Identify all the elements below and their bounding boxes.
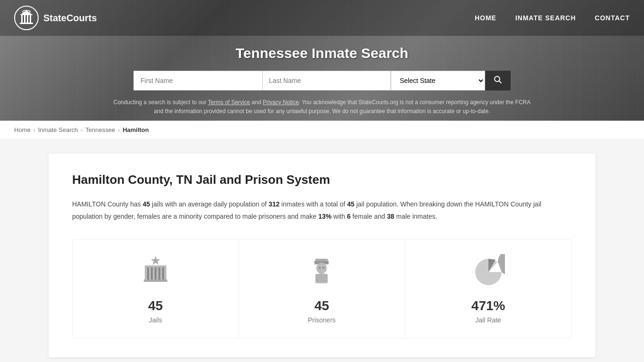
nav-inmate-search[interactable]: INMATE SEARCH bbox=[515, 14, 576, 22]
svg-point-23 bbox=[322, 267, 324, 269]
breadcrumb-sep-1: › bbox=[33, 127, 35, 133]
search-bar: Select State Alabama Alaska Arizona Arka… bbox=[133, 71, 511, 90]
breadcrumb-tennessee[interactable]: Tennessee bbox=[85, 126, 115, 133]
jails-icon bbox=[139, 254, 172, 292]
svg-point-21 bbox=[316, 263, 327, 274]
svg-rect-4 bbox=[30, 15, 31, 23]
hero-title: Tennessee Inmate Search bbox=[9, 45, 635, 61]
prisoners-label: Prisoners bbox=[308, 316, 336, 324]
jails-number: 45 bbox=[148, 298, 163, 313]
nav-home[interactable]: HOME bbox=[475, 14, 496, 22]
breadcrumb-inmate-search[interactable]: Inmate Search bbox=[38, 126, 78, 133]
svg-rect-25 bbox=[315, 275, 328, 276]
main-content: Hamilton County, TN Jail and Prison Syst… bbox=[49, 154, 595, 357]
svg-marker-5 bbox=[20, 10, 33, 15]
breadcrumb-sep-3: › bbox=[118, 127, 120, 133]
svg-rect-1 bbox=[21, 15, 23, 23]
desc-mid5: female and bbox=[351, 213, 387, 220]
nav-contact[interactable]: CONTACT bbox=[595, 14, 630, 22]
svg-rect-2 bbox=[24, 15, 25, 23]
jail-rate-label: Jail Rate bbox=[475, 316, 501, 324]
svg-rect-27 bbox=[315, 279, 328, 280]
svg-point-22 bbox=[319, 267, 321, 269]
svg-marker-9 bbox=[151, 256, 160, 265]
svg-rect-19 bbox=[314, 262, 329, 263]
logo-area[interactable]: StateCourts bbox=[14, 6, 97, 30]
desc-female-count: 6 bbox=[347, 213, 351, 220]
desc-end: male inmates. bbox=[394, 213, 437, 220]
jails-label: Jails bbox=[149, 316, 162, 324]
disclaimer-text: Conducting a search is subject to our Te… bbox=[110, 98, 534, 116]
svg-line-8 bbox=[499, 81, 502, 83]
hero-section: Tennessee Inmate Search Select State Ala… bbox=[0, 36, 644, 121]
jail-rate-icon bbox=[472, 254, 505, 292]
svg-rect-16 bbox=[144, 280, 167, 282]
stat-jail-rate: 471% Jail Rate bbox=[405, 240, 571, 338]
breadcrumb-sep-2: › bbox=[81, 127, 83, 133]
desc-female-pct: 13% bbox=[318, 213, 331, 220]
county-title: Hamilton County, TN Jail and Prison Syst… bbox=[72, 173, 572, 187]
svg-rect-3 bbox=[27, 15, 28, 23]
terms-link[interactable]: Terms of Service bbox=[208, 99, 250, 106]
site-name: StateCourts bbox=[43, 13, 97, 24]
desc-mid1: jails with an average daily population o… bbox=[150, 200, 268, 208]
breadcrumb: Home › Inmate Search › Tennessee › Hamil… bbox=[0, 121, 644, 140]
privacy-link[interactable]: Privacy Notice bbox=[263, 99, 299, 106]
breadcrumb-hamilton: Hamilton bbox=[123, 126, 149, 133]
desc-intro: HAMILTON County has bbox=[72, 200, 143, 208]
svg-rect-13 bbox=[155, 267, 157, 280]
state-select[interactable]: Select State Alabama Alaska Arizona Arka… bbox=[391, 71, 485, 90]
svg-rect-15 bbox=[162, 267, 164, 280]
desc-total-jails: 45 bbox=[347, 200, 355, 208]
prisoners-icon bbox=[305, 254, 338, 292]
svg-rect-28 bbox=[315, 280, 328, 281]
svg-rect-17 bbox=[315, 259, 328, 261]
county-description: HAMILTON County has 45 jails with an ave… bbox=[72, 198, 572, 222]
stat-prisoners: 45 Prisoners bbox=[239, 240, 405, 338]
last-name-input[interactable] bbox=[262, 71, 391, 90]
jail-rate-number: 471% bbox=[471, 298, 505, 313]
desc-jails-count: 45 bbox=[143, 200, 150, 208]
breadcrumb-home[interactable]: Home bbox=[14, 126, 31, 133]
first-name-input[interactable] bbox=[133, 71, 262, 90]
svg-rect-29 bbox=[320, 273, 323, 275]
svg-rect-26 bbox=[315, 277, 328, 278]
svg-rect-0 bbox=[20, 23, 33, 24]
stat-jails: 45 Jails bbox=[73, 240, 239, 338]
desc-male-count: 38 bbox=[387, 213, 395, 220]
desc-avg-pop: 312 bbox=[269, 200, 280, 208]
prisoners-number: 45 bbox=[314, 298, 329, 313]
search-icon bbox=[494, 75, 502, 84]
svg-rect-12 bbox=[151, 267, 153, 280]
svg-rect-11 bbox=[147, 267, 149, 280]
search-button[interactable] bbox=[485, 71, 511, 90]
svg-rect-14 bbox=[158, 267, 160, 280]
navigation: StateCourts HOME INMATE SEARCH CONTACT bbox=[0, 0, 644, 36]
desc-mid4: with bbox=[331, 213, 347, 220]
desc-mid2: inmates with a total of bbox=[280, 200, 347, 208]
stats-grid: 45 Jails bbox=[72, 239, 572, 338]
nav-links: HOME INMATE SEARCH CONTACT bbox=[475, 14, 630, 22]
logo-icon bbox=[14, 6, 39, 30]
